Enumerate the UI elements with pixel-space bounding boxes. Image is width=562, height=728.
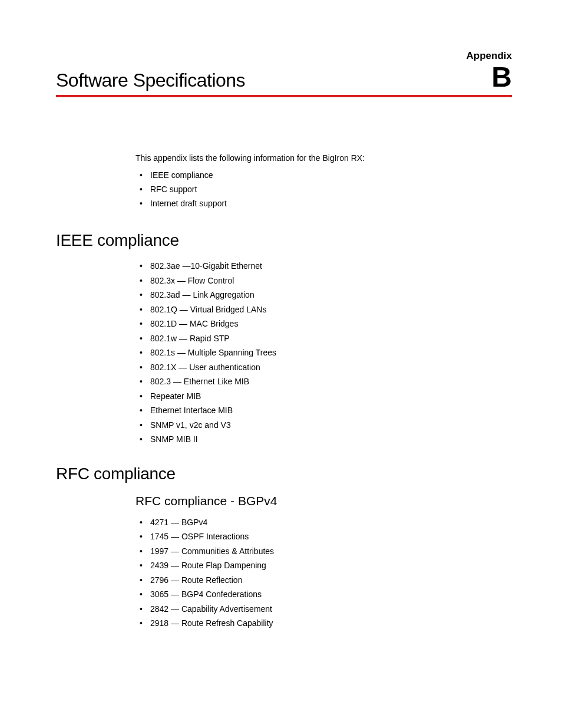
list-item: 802.3ae —10-Gigabit Ethernet [150,259,512,274]
list-item: IEEE compliance [150,169,512,183]
list-item: Repeater MIB [150,389,512,404]
list-item: 2796 — Route Reflection [150,573,512,588]
intro-list: IEEE compliance RFC support Internet dra… [135,169,512,210]
list-item: Ethernet Interface MIB [150,403,512,418]
section-heading-rfc: RFC compliance [56,465,512,483]
list-item: 802.1X — User authentication [150,360,512,375]
chapter-title: Software Specifications [56,70,245,91]
list-item: SNMP v1, v2c and V3 [150,418,512,433]
list-item: 3065 — BGP4 Confederations [150,587,512,602]
list-item: 802.1Q — Virtual Bridged LANs [150,302,512,317]
list-item: 2842 — Capability Advertisement [150,602,512,617]
intro-block: This appendix lists the following inform… [135,153,512,210]
appendix-letter: B [491,63,512,91]
list-item: 802.1w — Rapid STP [150,331,512,346]
page-header: Appendix Software Specifications B [56,50,512,97]
list-item: 802.1D — MAC Bridges [150,317,512,331]
ieee-list: 802.3ae —10-Gigabit Ethernet 802.3x — Fl… [150,259,512,447]
list-item: Internet draft support [150,197,512,211]
list-item: 1745 — OSPF Interactions [150,529,512,544]
list-item: 4271 — BGPv4 [150,515,512,530]
list-item: 1997 — Communities & Attributes [150,544,512,559]
list-item: RFC support [150,183,512,197]
list-item: 802.3x — Flow Control [150,274,512,288]
rfc-bgpv4-list: 4271 — BGPv4 1745 — OSPF Interactions 19… [150,515,512,631]
title-row: Software Specifications B [56,63,512,97]
list-item: 2439 — Route Flap Dampening [150,558,512,573]
appendix-label: Appendix [56,50,512,62]
list-item: 802.3ad — Link Aggregation [150,288,512,302]
list-item: 802.1s — Multiple Spanning Trees [150,345,512,360]
section-heading-ieee: IEEE compliance [56,231,512,250]
subsection-heading-bgpv4: RFC compliance - BGPv4 [135,494,512,508]
list-item: 802.3 — Ethernet Like MIB [150,374,512,389]
intro-text: This appendix lists the following inform… [135,153,512,163]
list-item: 2918 — Route Refresh Capability [150,616,512,631]
list-item: SNMP MIB II [150,432,512,447]
